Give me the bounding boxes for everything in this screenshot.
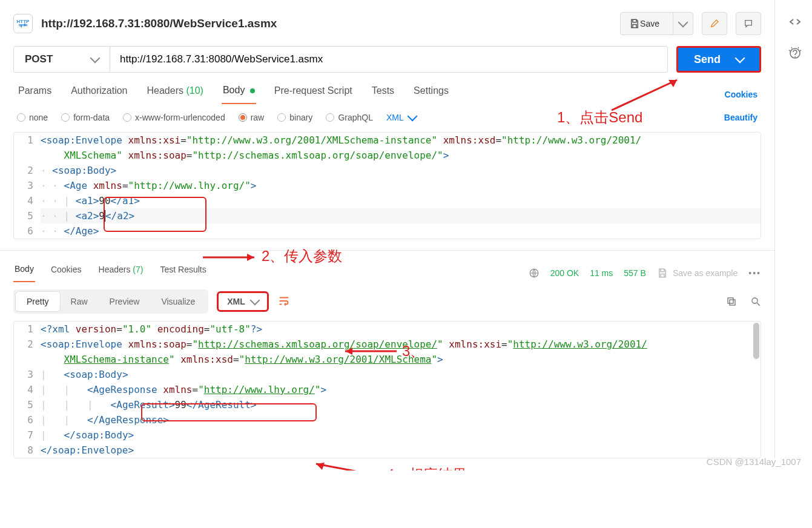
- tab-headers[interactable]: Headers (10): [146, 85, 205, 104]
- save-label: Save: [640, 19, 659, 28]
- wrap-lines-button[interactable]: [277, 294, 291, 309]
- radio-binary[interactable]: binary: [277, 113, 312, 122]
- response-view-row: Pretty Raw Preview Visualize XML: [0, 282, 774, 321]
- tab-tests[interactable]: Tests: [371, 85, 395, 104]
- raw-format-select[interactable]: XML: [386, 113, 416, 122]
- save-dropdown[interactable]: [673, 13, 693, 35]
- request-title: http://192.168.7.31:8080/WebService1.asm…: [41, 17, 277, 30]
- request-body-editor[interactable]: 1<soap:Envelope xmlns:xsi="http://www.w3…: [13, 132, 761, 239]
- svg-line-4: [757, 303, 760, 306]
- pill-pretty[interactable]: Pretty: [16, 292, 60, 311]
- status-size: 557 B: [624, 268, 646, 278]
- hint-icon[interactable]: [788, 46, 802, 61]
- body-options: none form-data x-www-form-urlencoded raw…: [0, 104, 774, 128]
- annotation-text: 4、相应结果: [386, 465, 467, 470]
- response-tabs: Body Cookies Headers (7) Test Results 20…: [0, 250, 774, 282]
- save-icon: [657, 268, 668, 279]
- right-sidebar: [778, 15, 812, 61]
- url-row: POST Send: [0, 46, 774, 73]
- svg-rect-1: [730, 300, 735, 305]
- radio-urlencoded[interactable]: x-www-form-urlencoded: [123, 113, 225, 122]
- svg-point-6: [794, 56, 796, 58]
- edit-button[interactable]: [702, 12, 727, 35]
- tab-authorization[interactable]: Authorization: [70, 85, 128, 104]
- dot-icon: [250, 88, 255, 93]
- save-icon: [629, 18, 640, 29]
- request-header-row: HTTP http://192.168.7.31:8080/WebService…: [0, 0, 774, 46]
- radio-graphql[interactable]: GraphQL: [326, 113, 373, 122]
- search-icon[interactable]: [750, 296, 761, 307]
- send-label: Send: [694, 53, 721, 66]
- response-format-select[interactable]: XML: [217, 291, 269, 312]
- more-icon[interactable]: •••: [748, 268, 761, 278]
- status-code: 200 OK: [550, 268, 579, 278]
- watermark: CSDN @1314lay_1007: [707, 457, 801, 467]
- resp-tab-headers[interactable]: Headers (7): [97, 265, 145, 282]
- resp-tab-tests[interactable]: Test Results: [159, 265, 207, 282]
- pill-preview[interactable]: Preview: [99, 292, 151, 311]
- annotation-box: [141, 403, 317, 421]
- svg-rect-2: [728, 298, 733, 303]
- radio-none[interactable]: none: [17, 113, 48, 122]
- url-input[interactable]: [110, 46, 668, 73]
- method-select[interactable]: POST: [13, 46, 110, 73]
- copy-icon[interactable]: [726, 296, 737, 307]
- radio-form-data[interactable]: form-data: [61, 113, 110, 122]
- tab-body[interactable]: Body: [222, 85, 256, 104]
- code-icon[interactable]: [788, 15, 802, 29]
- status-time: 11 ms: [590, 268, 613, 278]
- beautify-link[interactable]: Beautify: [724, 113, 758, 122]
- http-badge-icon: HTTP: [13, 14, 33, 33]
- comment-button[interactable]: [736, 12, 761, 35]
- tab-settings[interactable]: Settings: [412, 85, 450, 104]
- tab-prerequest[interactable]: Pre-request Script: [273, 85, 354, 104]
- save-example-button[interactable]: Save as example: [657, 268, 738, 279]
- cookies-link[interactable]: Cookies: [725, 90, 758, 99]
- annotation-box: [104, 197, 206, 232]
- save-button[interactable]: Save: [620, 12, 693, 35]
- tab-params[interactable]: Params: [17, 85, 53, 104]
- request-tabs: Params Authorization Headers (10) Body P…: [0, 73, 774, 104]
- scrollbar-thumb[interactable]: [753, 323, 759, 359]
- view-mode-pills: Pretty Raw Preview Visualize: [13, 289, 208, 314]
- resp-tab-body[interactable]: Body: [13, 264, 35, 282]
- svg-point-3: [752, 298, 758, 303]
- globe-icon[interactable]: [529, 268, 540, 279]
- svg-marker-14: [316, 463, 325, 470]
- radio-raw[interactable]: raw: [239, 113, 265, 122]
- resp-tab-cookies[interactable]: Cookies: [50, 265, 83, 282]
- response-body-viewer[interactable]: 1<?xml version="1.0" encoding="utf-8"?>2…: [13, 321, 761, 458]
- pencil-icon: [710, 18, 719, 29]
- send-button[interactable]: Send: [676, 46, 761, 73]
- pill-raw[interactable]: Raw: [60, 292, 99, 311]
- svg-line-13: [316, 464, 381, 470]
- pill-visualize[interactable]: Visualize: [150, 292, 206, 311]
- method-value: POST: [25, 53, 53, 65]
- comment-icon: [744, 18, 753, 29]
